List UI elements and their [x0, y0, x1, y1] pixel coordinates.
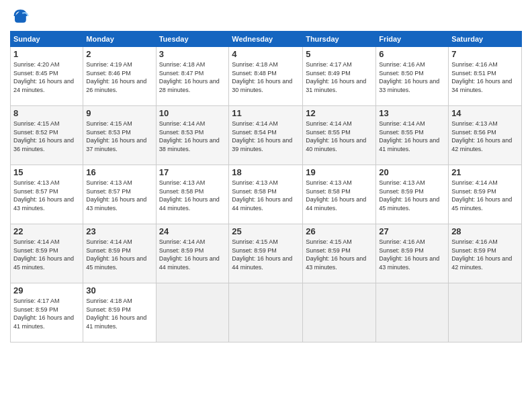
- calendar-cell: 12 Sunrise: 4:14 AM Sunset: 8:55 PM Dayl…: [303, 106, 376, 165]
- day-number: 19: [306, 167, 373, 177]
- day-info: Sunrise: 4:13 AM Sunset: 8:57 PM Dayligh…: [13, 179, 80, 212]
- day-number: 30: [86, 285, 152, 295]
- day-number: 13: [379, 108, 445, 118]
- day-number: 24: [159, 226, 226, 236]
- day-info: Sunrise: 4:16 AM Sunset: 8:59 PM Dayligh…: [451, 238, 519, 271]
- calendar-cell: [303, 283, 376, 342]
- day-info: Sunrise: 4:13 AM Sunset: 8:58 PM Dayligh…: [159, 179, 226, 212]
- day-info: Sunrise: 4:16 AM Sunset: 8:50 PM Dayligh…: [379, 60, 445, 94]
- calendar-body: 1 Sunrise: 4:20 AM Sunset: 8:45 PM Dayli…: [11, 47, 522, 342]
- calendar-cell: 29 Sunrise: 4:17 AM Sunset: 8:59 PM Dayl…: [11, 283, 83, 342]
- calendar-cell: 13 Sunrise: 4:14 AM Sunset: 8:55 PM Dayl…: [376, 106, 449, 165]
- day-info: Sunrise: 4:15 AM Sunset: 8:59 PM Dayligh…: [306, 238, 373, 271]
- day-number: 10: [159, 108, 226, 118]
- calendar-cell: 27 Sunrise: 4:16 AM Sunset: 8:59 PM Dayl…: [376, 224, 449, 283]
- calendar-cell: 2 Sunrise: 4:19 AM Sunset: 8:46 PM Dayli…: [83, 47, 156, 106]
- logo-icon: [10, 7, 29, 26]
- calendar-cell: 11 Sunrise: 4:14 AM Sunset: 8:54 PM Dayl…: [229, 106, 303, 165]
- calendar-cell: 4 Sunrise: 4:18 AM Sunset: 8:48 PM Dayli…: [229, 47, 303, 106]
- day-number: 3: [159, 49, 226, 59]
- calendar-row: 1 Sunrise: 4:20 AM Sunset: 8:45 PM Dayli…: [11, 47, 522, 106]
- day-number: 23: [86, 226, 152, 236]
- day-number: 2: [86, 49, 152, 59]
- calendar-cell: [156, 283, 229, 342]
- day-number: 27: [379, 226, 445, 236]
- day-info: Sunrise: 4:13 AM Sunset: 8:58 PM Dayligh…: [232, 179, 300, 212]
- day-number: 18: [232, 167, 300, 177]
- calendar-cell: 25 Sunrise: 4:15 AM Sunset: 8:59 PM Dayl…: [229, 224, 303, 283]
- day-number: 16: [86, 167, 152, 177]
- day-info: Sunrise: 4:14 AM Sunset: 8:53 PM Dayligh…: [159, 120, 226, 153]
- day-number: 7: [451, 49, 519, 59]
- day-info: Sunrise: 4:18 AM Sunset: 8:48 PM Dayligh…: [232, 60, 300, 94]
- col-tuesday: Tuesday: [156, 32, 229, 47]
- calendar-cell: 15 Sunrise: 4:13 AM Sunset: 8:57 PM Dayl…: [11, 165, 83, 224]
- calendar-header: Sunday Monday Tuesday Wednesday Thursday…: [11, 32, 522, 47]
- calendar-cell: 9 Sunrise: 4:15 AM Sunset: 8:53 PM Dayli…: [83, 106, 156, 165]
- day-number: 14: [451, 108, 519, 118]
- day-info: Sunrise: 4:15 AM Sunset: 8:59 PM Dayligh…: [232, 238, 300, 271]
- calendar-cell: 14 Sunrise: 4:13 AM Sunset: 8:56 PM Dayl…: [449, 106, 522, 165]
- calendar-cell: 20 Sunrise: 4:13 AM Sunset: 8:59 PM Dayl…: [376, 165, 449, 224]
- day-number: 8: [13, 108, 80, 118]
- header-row: Sunday Monday Tuesday Wednesday Thursday…: [11, 32, 522, 47]
- day-number: 1: [13, 49, 80, 59]
- col-friday: Friday: [376, 32, 449, 47]
- calendar-cell: 19 Sunrise: 4:13 AM Sunset: 8:58 PM Dayl…: [303, 165, 376, 224]
- calendar-cell: 30 Sunrise: 4:18 AM Sunset: 8:59 PM Dayl…: [83, 283, 156, 342]
- calendar-cell: 8 Sunrise: 4:15 AM Sunset: 8:52 PM Dayli…: [11, 106, 83, 165]
- day-info: Sunrise: 4:16 AM Sunset: 8:59 PM Dayligh…: [379, 238, 445, 271]
- day-info: Sunrise: 4:14 AM Sunset: 8:59 PM Dayligh…: [159, 238, 226, 271]
- page: Sunday Monday Tuesday Wednesday Thursday…: [0, 0, 532, 411]
- day-number: 20: [379, 167, 445, 177]
- calendar-row: 22 Sunrise: 4:14 AM Sunset: 8:59 PM Dayl…: [11, 224, 522, 283]
- day-info: Sunrise: 4:14 AM Sunset: 8:54 PM Dayligh…: [232, 120, 300, 153]
- calendar-cell: 24 Sunrise: 4:14 AM Sunset: 8:59 PM Dayl…: [156, 224, 229, 283]
- calendar-row: 15 Sunrise: 4:13 AM Sunset: 8:57 PM Dayl…: [11, 165, 522, 224]
- calendar-cell: 21 Sunrise: 4:14 AM Sunset: 8:59 PM Dayl…: [449, 165, 522, 224]
- day-number: 29: [13, 285, 80, 295]
- day-info: Sunrise: 4:16 AM Sunset: 8:51 PM Dayligh…: [451, 60, 519, 94]
- calendar-cell: 1 Sunrise: 4:20 AM Sunset: 8:45 PM Dayli…: [11, 47, 83, 106]
- calendar-cell: 26 Sunrise: 4:15 AM Sunset: 8:59 PM Dayl…: [303, 224, 376, 283]
- calendar-cell: 18 Sunrise: 4:13 AM Sunset: 8:58 PM Dayl…: [229, 165, 303, 224]
- calendar-cell: [376, 283, 449, 342]
- calendar-cell: [449, 283, 522, 342]
- day-number: 6: [379, 49, 445, 59]
- calendar-row: 29 Sunrise: 4:17 AM Sunset: 8:59 PM Dayl…: [11, 283, 522, 342]
- day-number: 15: [13, 167, 80, 177]
- day-info: Sunrise: 4:13 AM Sunset: 8:56 PM Dayligh…: [451, 120, 519, 153]
- calendar-cell: 23 Sunrise: 4:14 AM Sunset: 8:59 PM Dayl…: [83, 224, 156, 283]
- calendar-cell: 28 Sunrise: 4:16 AM Sunset: 8:59 PM Dayl…: [449, 224, 522, 283]
- day-info: Sunrise: 4:17 AM Sunset: 8:49 PM Dayligh…: [306, 60, 373, 94]
- day-number: 17: [159, 167, 226, 177]
- calendar-cell: 6 Sunrise: 4:16 AM Sunset: 8:50 PM Dayli…: [376, 47, 449, 106]
- day-number: 5: [306, 49, 373, 59]
- day-number: 28: [451, 226, 519, 236]
- day-info: Sunrise: 4:14 AM Sunset: 8:59 PM Dayligh…: [451, 179, 519, 212]
- day-info: Sunrise: 4:15 AM Sunset: 8:52 PM Dayligh…: [13, 120, 80, 153]
- day-info: Sunrise: 4:13 AM Sunset: 8:59 PM Dayligh…: [379, 179, 445, 212]
- day-info: Sunrise: 4:14 AM Sunset: 8:59 PM Dayligh…: [13, 238, 80, 271]
- calendar-cell: 3 Sunrise: 4:18 AM Sunset: 8:47 PM Dayli…: [156, 47, 229, 106]
- day-info: Sunrise: 4:19 AM Sunset: 8:46 PM Dayligh…: [86, 60, 152, 94]
- day-number: 4: [232, 49, 300, 59]
- day-info: Sunrise: 4:14 AM Sunset: 8:59 PM Dayligh…: [86, 238, 152, 271]
- calendar-cell: 16 Sunrise: 4:13 AM Sunset: 8:57 PM Dayl…: [83, 165, 156, 224]
- day-number: 9: [86, 108, 152, 118]
- col-saturday: Saturday: [449, 32, 522, 47]
- day-number: 12: [306, 108, 373, 118]
- col-thursday: Thursday: [303, 32, 376, 47]
- day-number: 22: [13, 226, 80, 236]
- calendar-cell: 10 Sunrise: 4:14 AM Sunset: 8:53 PM Dayl…: [156, 106, 229, 165]
- calendar-cell: 5 Sunrise: 4:17 AM Sunset: 8:49 PM Dayli…: [303, 47, 376, 106]
- day-info: Sunrise: 4:14 AM Sunset: 8:55 PM Dayligh…: [306, 120, 373, 153]
- day-info: Sunrise: 4:15 AM Sunset: 8:53 PM Dayligh…: [86, 120, 152, 153]
- logo: [10, 7, 32, 26]
- calendar-cell: 7 Sunrise: 4:16 AM Sunset: 8:51 PM Dayli…: [449, 47, 522, 106]
- day-number: 21: [451, 167, 519, 177]
- day-info: Sunrise: 4:13 AM Sunset: 8:58 PM Dayligh…: [306, 179, 373, 212]
- calendar-cell: [229, 283, 303, 342]
- day-info: Sunrise: 4:17 AM Sunset: 8:59 PM Dayligh…: [13, 297, 80, 330]
- day-number: 26: [306, 226, 373, 236]
